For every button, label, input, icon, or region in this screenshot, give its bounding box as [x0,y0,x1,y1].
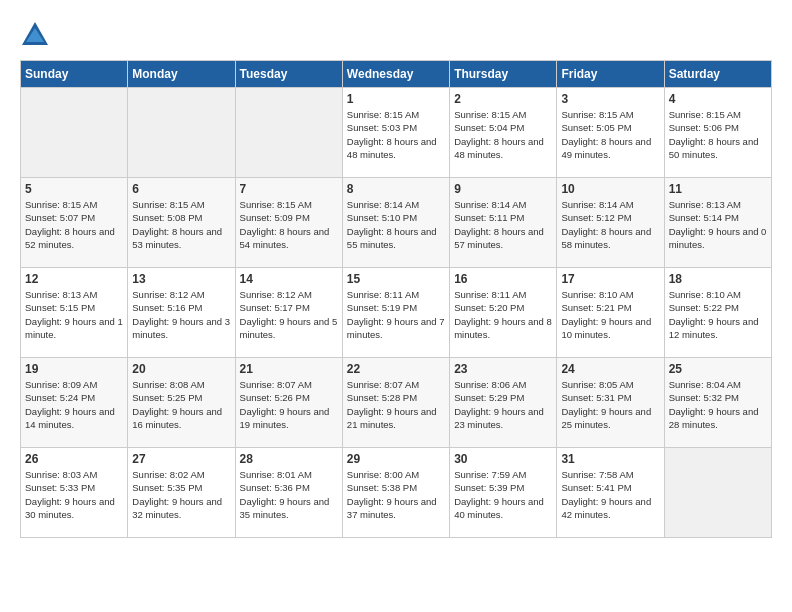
day-cell: 27Sunrise: 8:02 AMSunset: 5:35 PMDayligh… [128,448,235,538]
day-cell: 20Sunrise: 8:08 AMSunset: 5:25 PMDayligh… [128,358,235,448]
day-info: Sunrise: 8:10 AMSunset: 5:21 PMDaylight:… [561,288,659,341]
week-row-3: 19Sunrise: 8:09 AMSunset: 5:24 PMDayligh… [21,358,772,448]
header-cell-wednesday: Wednesday [342,61,449,88]
day-info: Sunrise: 8:14 AMSunset: 5:12 PMDaylight:… [561,198,659,251]
day-number: 14 [240,272,338,286]
day-cell: 18Sunrise: 8:10 AMSunset: 5:22 PMDayligh… [664,268,771,358]
day-info: Sunrise: 8:15 AMSunset: 5:09 PMDaylight:… [240,198,338,251]
day-info: Sunrise: 8:14 AMSunset: 5:11 PMDaylight:… [454,198,552,251]
day-info: Sunrise: 8:15 AMSunset: 5:05 PMDaylight:… [561,108,659,161]
day-cell: 25Sunrise: 8:04 AMSunset: 5:32 PMDayligh… [664,358,771,448]
day-number: 24 [561,362,659,376]
day-cell: 26Sunrise: 8:03 AMSunset: 5:33 PMDayligh… [21,448,128,538]
day-info: Sunrise: 8:12 AMSunset: 5:17 PMDaylight:… [240,288,338,341]
day-number: 30 [454,452,552,466]
calendar-table: SundayMondayTuesdayWednesdayThursdayFrid… [20,60,772,538]
day-info: Sunrise: 8:07 AMSunset: 5:28 PMDaylight:… [347,378,445,431]
day-info: Sunrise: 8:10 AMSunset: 5:22 PMDaylight:… [669,288,767,341]
day-cell: 28Sunrise: 8:01 AMSunset: 5:36 PMDayligh… [235,448,342,538]
logo [20,20,54,50]
day-number: 19 [25,362,123,376]
day-number: 12 [25,272,123,286]
week-row-2: 12Sunrise: 8:13 AMSunset: 5:15 PMDayligh… [21,268,772,358]
day-number: 27 [132,452,230,466]
day-info: Sunrise: 8:02 AMSunset: 5:35 PMDaylight:… [132,468,230,521]
day-cell: 29Sunrise: 8:00 AMSunset: 5:38 PMDayligh… [342,448,449,538]
day-number: 9 [454,182,552,196]
day-number: 25 [669,362,767,376]
day-number: 23 [454,362,552,376]
day-info: Sunrise: 8:11 AMSunset: 5:20 PMDaylight:… [454,288,552,341]
day-info: Sunrise: 8:15 AMSunset: 5:03 PMDaylight:… [347,108,445,161]
day-cell: 4Sunrise: 8:15 AMSunset: 5:06 PMDaylight… [664,88,771,178]
day-cell: 17Sunrise: 8:10 AMSunset: 5:21 PMDayligh… [557,268,664,358]
day-number: 31 [561,452,659,466]
day-number: 18 [669,272,767,286]
day-info: Sunrise: 8:08 AMSunset: 5:25 PMDaylight:… [132,378,230,431]
calendar-header: SundayMondayTuesdayWednesdayThursdayFrid… [21,61,772,88]
day-info: Sunrise: 8:15 AMSunset: 5:08 PMDaylight:… [132,198,230,251]
day-cell: 14Sunrise: 8:12 AMSunset: 5:17 PMDayligh… [235,268,342,358]
day-cell: 22Sunrise: 8:07 AMSunset: 5:28 PMDayligh… [342,358,449,448]
week-row-4: 26Sunrise: 8:03 AMSunset: 5:33 PMDayligh… [21,448,772,538]
day-number: 8 [347,182,445,196]
day-cell: 7Sunrise: 8:15 AMSunset: 5:09 PMDaylight… [235,178,342,268]
header-cell-thursday: Thursday [450,61,557,88]
day-cell [128,88,235,178]
day-cell: 15Sunrise: 8:11 AMSunset: 5:19 PMDayligh… [342,268,449,358]
day-cell: 23Sunrise: 8:06 AMSunset: 5:29 PMDayligh… [450,358,557,448]
day-info: Sunrise: 8:15 AMSunset: 5:06 PMDaylight:… [669,108,767,161]
day-number: 17 [561,272,659,286]
day-cell: 10Sunrise: 8:14 AMSunset: 5:12 PMDayligh… [557,178,664,268]
day-number: 20 [132,362,230,376]
day-info: Sunrise: 8:05 AMSunset: 5:31 PMDaylight:… [561,378,659,431]
day-cell: 31Sunrise: 7:58 AMSunset: 5:41 PMDayligh… [557,448,664,538]
header-cell-sunday: Sunday [21,61,128,88]
day-number: 15 [347,272,445,286]
day-info: Sunrise: 8:14 AMSunset: 5:10 PMDaylight:… [347,198,445,251]
day-cell: 12Sunrise: 8:13 AMSunset: 5:15 PMDayligh… [21,268,128,358]
day-cell: 6Sunrise: 8:15 AMSunset: 5:08 PMDaylight… [128,178,235,268]
header-cell-saturday: Saturday [664,61,771,88]
day-info: Sunrise: 7:58 AMSunset: 5:41 PMDaylight:… [561,468,659,521]
day-number: 2 [454,92,552,106]
day-cell: 30Sunrise: 7:59 AMSunset: 5:39 PMDayligh… [450,448,557,538]
day-info: Sunrise: 8:13 AMSunset: 5:15 PMDaylight:… [25,288,123,341]
day-info: Sunrise: 8:11 AMSunset: 5:19 PMDaylight:… [347,288,445,341]
day-cell: 5Sunrise: 8:15 AMSunset: 5:07 PMDaylight… [21,178,128,268]
day-cell: 9Sunrise: 8:14 AMSunset: 5:11 PMDaylight… [450,178,557,268]
day-number: 1 [347,92,445,106]
week-row-1: 5Sunrise: 8:15 AMSunset: 5:07 PMDaylight… [21,178,772,268]
day-cell: 8Sunrise: 8:14 AMSunset: 5:10 PMDaylight… [342,178,449,268]
day-number: 13 [132,272,230,286]
page-header [20,20,772,50]
day-info: Sunrise: 8:06 AMSunset: 5:29 PMDaylight:… [454,378,552,431]
logo-icon [20,20,50,50]
day-info: Sunrise: 8:01 AMSunset: 5:36 PMDaylight:… [240,468,338,521]
day-info: Sunrise: 7:59 AMSunset: 5:39 PMDaylight:… [454,468,552,521]
day-cell: 3Sunrise: 8:15 AMSunset: 5:05 PMDaylight… [557,88,664,178]
day-info: Sunrise: 8:03 AMSunset: 5:33 PMDaylight:… [25,468,123,521]
day-cell: 13Sunrise: 8:12 AMSunset: 5:16 PMDayligh… [128,268,235,358]
day-cell: 2Sunrise: 8:15 AMSunset: 5:04 PMDaylight… [450,88,557,178]
day-number: 16 [454,272,552,286]
day-cell: 24Sunrise: 8:05 AMSunset: 5:31 PMDayligh… [557,358,664,448]
day-info: Sunrise: 8:13 AMSunset: 5:14 PMDaylight:… [669,198,767,251]
day-info: Sunrise: 8:09 AMSunset: 5:24 PMDaylight:… [25,378,123,431]
header-row: SundayMondayTuesdayWednesdayThursdayFrid… [21,61,772,88]
day-number: 21 [240,362,338,376]
day-number: 26 [25,452,123,466]
day-number: 28 [240,452,338,466]
day-cell: 21Sunrise: 8:07 AMSunset: 5:26 PMDayligh… [235,358,342,448]
week-row-0: 1Sunrise: 8:15 AMSunset: 5:03 PMDaylight… [21,88,772,178]
day-cell: 1Sunrise: 8:15 AMSunset: 5:03 PMDaylight… [342,88,449,178]
header-cell-tuesday: Tuesday [235,61,342,88]
day-cell [21,88,128,178]
day-number: 10 [561,182,659,196]
day-info: Sunrise: 8:00 AMSunset: 5:38 PMDaylight:… [347,468,445,521]
day-number: 29 [347,452,445,466]
calendar-body: 1Sunrise: 8:15 AMSunset: 5:03 PMDaylight… [21,88,772,538]
header-cell-friday: Friday [557,61,664,88]
header-cell-monday: Monday [128,61,235,88]
day-number: 6 [132,182,230,196]
